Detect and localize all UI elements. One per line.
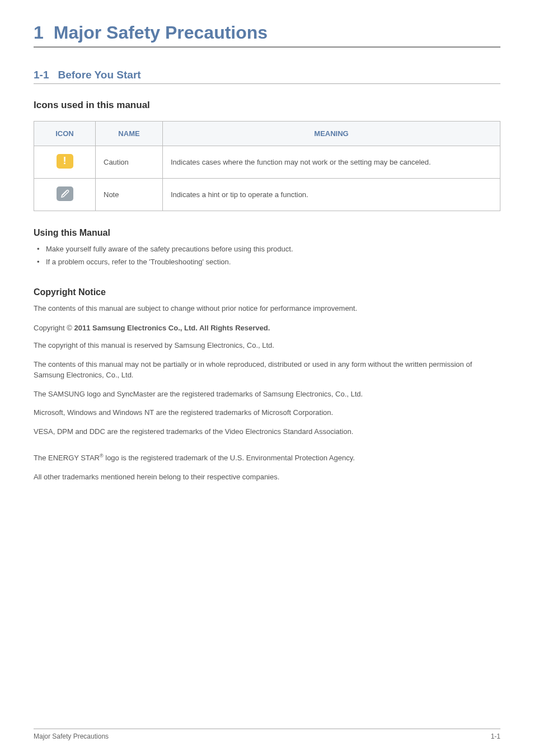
using-manual-heading: Using this Manual: [34, 228, 500, 238]
section-title: 1-1Before You Start: [34, 69, 500, 84]
trademarks-other: All other trademarks mentioned herein be…: [34, 472, 500, 483]
copyright-heading: Copyright Notice: [34, 287, 500, 297]
copyright-p1: The copyright of this manual is reserved…: [34, 340, 500, 351]
copyright-bold: 2011 Samsung Electronics Co., Ltd. All R…: [74, 324, 270, 332]
copyright-p2: The contents of this manual may not be p…: [34, 359, 500, 381]
icon-meaning-caution: Indicates cases where the function may n…: [163, 146, 500, 179]
copyright-p3: The SAMSUNG logo and SyncMaster are the …: [34, 389, 500, 400]
icons-heading: Icons used in this manual: [34, 100, 500, 111]
chapter-title: 1Major Safety Precautions: [34, 22, 500, 48]
icon-name-caution: Caution: [96, 146, 163, 179]
copyright-prefix: Copyright ©: [34, 324, 74, 332]
energy-star-line: The ENERGY STAR® logo is the registered …: [34, 452, 500, 464]
caution-icon: [57, 154, 73, 169]
footer-right: 1-1: [491, 732, 500, 740]
icon-cell-caution: [34, 146, 96, 179]
table-header-name: NAME: [96, 122, 163, 146]
registered-symbol: ®: [100, 453, 104, 459]
icon-cell-note: [34, 179, 96, 211]
chapter-number: 1: [34, 22, 44, 43]
table-row: Note Indicates a hint or tip to operate …: [34, 179, 500, 211]
icon-name-note: Note: [96, 179, 163, 211]
copyright-p4: Microsoft, Windows and Windows NT are th…: [34, 407, 500, 418]
table-header-meaning: MEANING: [163, 122, 500, 146]
copyright-intro: The contents of this manual are subject …: [34, 303, 500, 314]
list-item: If a problem occurs, refer to the 'Troub…: [34, 256, 500, 268]
copyright-p5: VESA, DPM and DDC are the registered tra…: [34, 426, 500, 437]
note-icon: [57, 186, 73, 201]
using-manual-list: Make yourself fully aware of the safety …: [34, 244, 500, 268]
copyright-line: Copyright © 2011 Samsung Electronics Co.…: [34, 324, 500, 332]
energy-star-prefix: The ENERGY STAR: [34, 454, 100, 462]
list-item: Make yourself fully aware of the safety …: [34, 244, 500, 255]
icon-meaning-note: Indicates a hint or tip to operate a fun…: [163, 179, 500, 211]
table-row: Caution Indicates cases where the functi…: [34, 146, 500, 179]
section-number: 1-1: [34, 69, 49, 81]
section-title-text: Before You Start: [58, 69, 140, 81]
chapter-title-text: Major Safety Precautions: [54, 22, 268, 43]
energy-star-suffix: logo is the registered trademark of the …: [104, 454, 355, 462]
table-header-icon: ICON: [34, 122, 96, 146]
icons-table: ICON NAME MEANING Caution Indicates case…: [34, 121, 500, 211]
footer-left: Major Safety Precautions: [34, 732, 109, 740]
page-footer: Major Safety Precautions 1-1: [34, 729, 500, 740]
